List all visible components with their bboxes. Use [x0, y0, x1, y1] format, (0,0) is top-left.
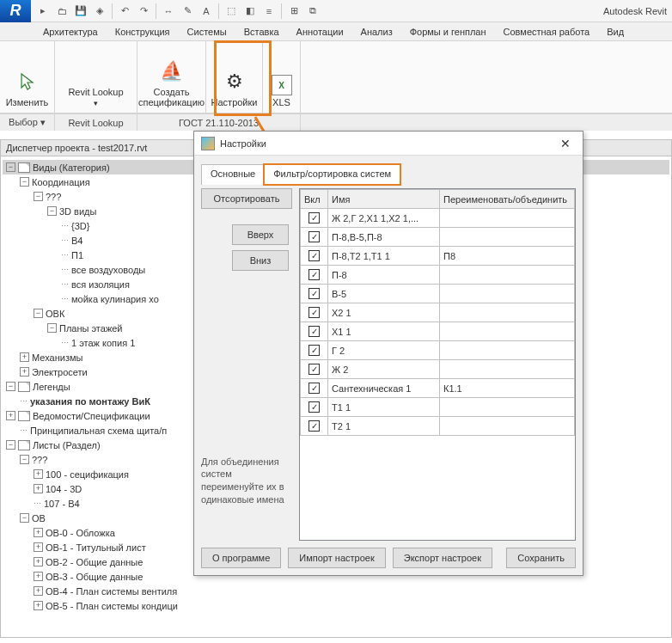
table-row[interactable]: ✓Т2 1: [301, 417, 575, 436]
close-views-icon[interactable]: ⊞: [285, 3, 302, 20]
table-row[interactable]: ✓В-5: [301, 285, 575, 303]
cell-rename[interactable]: [440, 360, 575, 379]
table-row[interactable]: ✓П-8: [301, 266, 575, 285]
down-button[interactable]: Вниз: [232, 250, 289, 271]
cell-rename[interactable]: [440, 341, 575, 360]
expand-icon[interactable]: +: [34, 557, 43, 566]
checkbox-icon[interactable]: ✓: [309, 383, 320, 394]
table-row[interactable]: ✓Х2 1: [301, 303, 575, 322]
expand-icon[interactable]: +: [20, 352, 29, 362]
cell-enabled[interactable]: ✓: [301, 398, 328, 417]
expand-icon[interactable]: +: [20, 367, 29, 377]
3d-icon[interactable]: ⬚: [223, 3, 240, 20]
export-settings-button[interactable]: Экспорт настроек: [393, 548, 492, 568]
cell-enabled[interactable]: ✓: [301, 285, 328, 303]
expand-icon[interactable]: +: [34, 542, 43, 552]
settings-button[interactable]: ⚙ Настройки: [208, 64, 261, 111]
tab-general[interactable]: Основные: [201, 164, 265, 185]
checkbox-icon[interactable]: ✓: [309, 250, 320, 261]
cell-enabled[interactable]: ✓: [301, 266, 328, 285]
about-button[interactable]: О программе: [201, 548, 281, 568]
expand-icon[interactable]: +: [34, 601, 43, 610]
xls-button[interactable]: X XLS: [268, 71, 296, 111]
cell-enabled[interactable]: ✓: [301, 322, 328, 341]
cell-rename[interactable]: [440, 398, 575, 417]
undo-icon[interactable]: ↶: [116, 3, 133, 20]
table-row[interactable]: ✓Ж 2,Г 2,Х1 1,Х2 1,...: [301, 209, 575, 228]
table-row[interactable]: ✓Ж 2: [301, 360, 575, 379]
revit-lookup-button[interactable]: Revit Lookup ▾: [64, 83, 126, 111]
ribbon-tab[interactable]: Совместная работа: [495, 23, 599, 40]
section-icon[interactable]: ◧: [241, 3, 259, 20]
checkbox-icon[interactable]: ✓: [309, 364, 320, 375]
cell-enabled[interactable]: ✓: [301, 417, 328, 436]
open-icon[interactable]: ▸: [34, 3, 52, 20]
close-icon[interactable]: ✕: [555, 135, 576, 152]
collapse-icon[interactable]: −: [6, 162, 15, 172]
cell-name[interactable]: Ж 2,Г 2,Х1 1,Х2 1,...: [328, 209, 440, 228]
create-spec-button[interactable]: ⛵ Создать спецификацию: [135, 54, 208, 111]
table-row[interactable]: ✓Т1 1: [301, 398, 575, 417]
cell-rename[interactable]: [440, 209, 575, 228]
collapse-icon[interactable]: −: [34, 192, 43, 201]
save-button[interactable]: Сохранить: [506, 548, 576, 568]
checkbox-icon[interactable]: ✓: [309, 269, 320, 280]
cell-rename[interactable]: [440, 228, 575, 247]
collapse-icon[interactable]: −: [34, 309, 43, 318]
cell-rename[interactable]: [440, 303, 575, 322]
collapse-icon[interactable]: −: [6, 382, 15, 391]
systems-table[interactable]: Вкл Имя Переименовать/объединить ✓Ж 2,Г …: [299, 188, 576, 541]
ribbon-tab[interactable]: Архитектура: [34, 23, 107, 40]
open-folder-icon[interactable]: 🗀: [53, 3, 70, 20]
cell-rename[interactable]: К1.1: [440, 379, 575, 398]
modify-button[interactable]: Изменить: [3, 64, 52, 111]
cell-name[interactable]: П-8: [328, 266, 440, 285]
cell-enabled[interactable]: ✓: [301, 341, 328, 360]
table-row[interactable]: ✓Х1 1: [301, 322, 575, 341]
ribbon-tab[interactable]: Аннотации: [288, 23, 352, 40]
cell-enabled[interactable]: ✓: [301, 360, 328, 379]
cell-name[interactable]: Т2 1: [328, 417, 440, 436]
cell-name[interactable]: П-8,В-5,П-8: [328, 228, 440, 247]
sort-button[interactable]: Отсортировать: [201, 188, 292, 209]
redo-icon[interactable]: ↷: [135, 3, 152, 20]
cell-enabled[interactable]: ✓: [301, 247, 328, 266]
checkbox-icon[interactable]: ✓: [309, 345, 320, 356]
cell-enabled[interactable]: ✓: [301, 209, 328, 228]
ribbon-tab[interactable]: Формы и генплан: [401, 23, 495, 40]
app-logo[interactable]: R: [0, 0, 31, 22]
measure-icon[interactable]: ↔: [160, 3, 177, 20]
cell-enabled[interactable]: ✓: [301, 228, 328, 247]
collapse-icon[interactable]: −: [47, 323, 57, 333]
collapse-icon[interactable]: −: [20, 513, 29, 523]
checkbox-icon[interactable]: ✓: [309, 307, 320, 318]
align-icon[interactable]: ✎: [179, 3, 196, 20]
collapse-icon[interactable]: −: [20, 455, 29, 464]
cell-name[interactable]: Ж 2: [328, 360, 440, 379]
checkbox-icon[interactable]: ✓: [309, 288, 320, 299]
sync-icon[interactable]: ◈: [91, 3, 108, 20]
thin-lines-icon[interactable]: ≡: [260, 3, 278, 20]
checkbox-icon[interactable]: ✓: [309, 401, 320, 413]
cell-name[interactable]: Сантехническая 1: [328, 379, 440, 398]
tree-row[interactable]: +ОВ-4 - План системы вентиля: [3, 584, 669, 598]
collapse-icon[interactable]: −: [47, 206, 57, 216]
ribbon-tab[interactable]: Системы: [179, 23, 235, 40]
ribbon-tab[interactable]: Вид: [598, 23, 632, 40]
cell-name[interactable]: П-8,Т2 1,Т1 1: [328, 247, 440, 266]
col-enabled[interactable]: Вкл: [301, 190, 328, 209]
panel-label-select[interactable]: Выбор ▾: [0, 114, 55, 131]
expand-icon[interactable]: +: [34, 528, 43, 537]
text-icon[interactable]: A: [198, 3, 215, 20]
table-row[interactable]: ✓Сантехническая 1К1.1: [301, 379, 575, 398]
cell-rename[interactable]: [440, 322, 575, 341]
checkbox-icon[interactable]: ✓: [309, 420, 320, 432]
switch-windows-icon[interactable]: ⧉: [304, 3, 321, 20]
col-name[interactable]: Имя: [328, 190, 440, 209]
tree-row[interactable]: +ОВ-5 - План системы кондици: [3, 598, 669, 613]
cell-name[interactable]: В-5: [328, 285, 440, 303]
ribbon-tab[interactable]: Конструкция: [107, 23, 179, 40]
checkbox-icon[interactable]: ✓: [309, 231, 320, 242]
expand-icon[interactable]: +: [34, 572, 43, 581]
ribbon-tab[interactable]: Вставка: [235, 23, 288, 40]
